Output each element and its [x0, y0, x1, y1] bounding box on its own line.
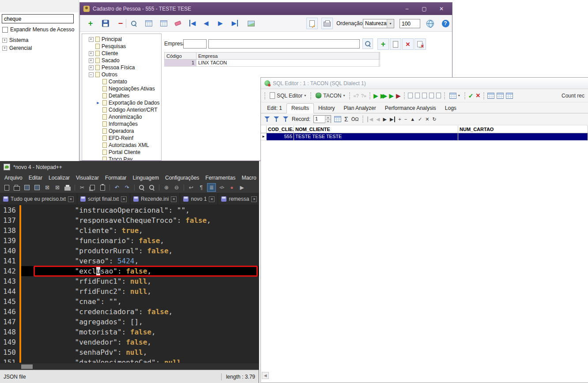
tree-item-gerencial[interactable]: +Gerencial: [2, 44, 32, 52]
last-record-button[interactable]: ▶: [390, 116, 395, 122]
zoom-in-button[interactable]: ⊕: [162, 184, 170, 192]
tree-node-c-digo-anterior-crt[interactable]: Código Anterior/CRT: [82, 106, 161, 113]
toolbar-grip[interactable]: [362, 116, 363, 123]
edit-record-button[interactable]: ▲: [410, 116, 415, 122]
help-button[interactable]: ?: [440, 18, 451, 29]
code-line-143[interactable]: 143 "rfidFunc1": null,: [0, 276, 259, 286]
query-history-back-icon[interactable]: «?: [353, 93, 358, 98]
indent-guide-button[interactable]: ≣: [207, 184, 215, 192]
cancel-edit-button[interactable]: ✕: [425, 116, 429, 122]
minimize-button[interactable]: –: [400, 4, 414, 13]
code-line-150[interactable]: 150 "senhaPdv": null,: [0, 347, 259, 357]
tab-logs[interactable]: Logs: [441, 104, 461, 113]
code-line-147[interactable]: 147 "agregados": [],: [0, 317, 259, 327]
code-line-136[interactable]: 136 "instrucaoOperacional": "",: [0, 205, 259, 215]
set-filter-icon[interactable]: [264, 116, 270, 122]
table-row[interactable]: ►555TESTE TESE TESTE: [261, 133, 588, 140]
record-spinner[interactable]: 1 ▲▼: [313, 115, 331, 123]
empresa-clear-filter-button[interactable]: [415, 38, 426, 50]
execute-special-button[interactable]: ▶: [396, 92, 401, 99]
table-view-button[interactable]: [158, 18, 169, 29]
menu-macro[interactable]: Macro: [238, 174, 259, 182]
clear-button[interactable]: [173, 18, 183, 29]
tree-node-cliente[interactable]: +Cliente: [82, 50, 161, 57]
close-button[interactable]: ✕: [434, 4, 449, 13]
save-button[interactable]: [100, 18, 111, 29]
tab-script-final-txt[interactable]: script final.txt✕: [77, 193, 130, 205]
empresa-name-input[interactable]: [208, 39, 360, 49]
column-header-cod-clie[interactable]: COD_CLIE...: [267, 126, 294, 133]
tree-node-sacado[interactable]: +Sacado: [82, 57, 161, 64]
tree-node-outros[interactable]: −Outros: [82, 71, 161, 78]
zoom-out-button[interactable]: ⊖: [173, 184, 181, 192]
execute-button[interactable]: ▶: [373, 92, 378, 99]
code-line-139[interactable]: 139 "funcionario": false,: [0, 236, 259, 246]
tab-plan-analyzer[interactable]: Plan Analyzer: [339, 104, 380, 113]
rollback-button[interactable]: ✕: [476, 92, 481, 99]
column-header-c-digo[interactable]: Código: [165, 53, 196, 59]
hscroll-left-arrow[interactable]: ◀: [262, 372, 269, 379]
tab-novo-1[interactable]: novo 1✕: [180, 193, 218, 205]
macro-record-button[interactable]: ●: [228, 184, 236, 192]
tree-node-efd-reinf[interactable]: EFD-Reinf: [82, 135, 161, 142]
code-line-151[interactable]: 151 "dataVencimentoCad": null,: [0, 357, 259, 363]
tab-close-icon[interactable]: ✕: [68, 196, 74, 202]
ordenacao-select[interactable]: Natureza ▾: [363, 19, 394, 28]
expand-menus-row[interactable]: Expandir Menus de Acesso: [2, 26, 74, 33]
tab-close-icon[interactable]: ✕: [209, 196, 215, 202]
tree-node-pesquisas[interactable]: Pesquisas: [82, 43, 161, 50]
code-line-142[interactable]: 142 "exclusao": false,: [0, 266, 259, 276]
sql-title-bar[interactable]: SQL Editor : 1 : TACON (SQL Dialect 1): [261, 78, 588, 89]
expander-icon[interactable]: +: [89, 37, 94, 42]
toolbar-grip[interactable]: [444, 92, 445, 99]
print-button[interactable]: [64, 184, 72, 192]
code-line-145[interactable]: 145 "cnae": "",: [0, 297, 259, 307]
post-edit-button[interactable]: ✓: [418, 116, 422, 122]
toolbar-grip[interactable]: [369, 92, 370, 99]
tab-remessa[interactable]: remessa✕: [218, 193, 259, 205]
save-all-button[interactable]: [33, 184, 41, 192]
cadastro-title-bar[interactable]: Cadastro de Pessoa - 555 - TESTE TESE – …: [80, 3, 452, 15]
macro-play-button[interactable]: ▶: [238, 184, 246, 192]
copy-results-icon[interactable]: [415, 93, 420, 98]
code-line-148[interactable]: 148 "motorista": false,: [0, 327, 259, 337]
expander-icon[interactable]: +: [89, 58, 94, 63]
toolbar-grip[interactable]: [404, 92, 405, 99]
delete-record-button[interactable]: −: [404, 116, 407, 122]
paste-button[interactable]: [98, 184, 106, 192]
edit-view-button[interactable]: [306, 18, 318, 29]
next-record-button[interactable]: ▶: [383, 116, 386, 122]
tab-close-icon[interactable]: ✕: [251, 196, 257, 202]
maximize-button[interactable]: ▢: [417, 4, 431, 13]
table-row[interactable]: 1LINX TACON: [164, 60, 380, 67]
print-button[interactable]: [321, 18, 333, 29]
menu-search-input[interactable]: [2, 14, 74, 23]
tab-history[interactable]: History: [314, 104, 339, 113]
tree-node-detalhes[interactable]: Detalhes: [82, 92, 161, 99]
empresa-add-button[interactable]: +: [377, 38, 389, 50]
spinner-buttons[interactable]: ▲▼: [325, 116, 331, 123]
code-line-141[interactable]: 141 "versao": 5424,: [0, 256, 259, 266]
expander-icon[interactable]: +: [89, 65, 94, 70]
commit-button[interactable]: ✓: [468, 92, 474, 99]
load-script-icon[interactable]: [429, 93, 434, 98]
tab-edit-1[interactable]: Edit: 1: [263, 104, 286, 113]
tree-node-operadora[interactable]: Operadora: [82, 128, 161, 135]
database-select-button[interactable]: TACON ▾: [314, 92, 346, 100]
query-history-forward-icon[interactable]: ?»: [361, 93, 366, 98]
tree-node-portal-cliente[interactable]: Portal Cliente: [82, 149, 161, 156]
notepad-title-bar[interactable]: *novo 4 - Notepad++: [0, 161, 259, 173]
tab-close-icon[interactable]: ✕: [121, 196, 127, 202]
toolbar-grip[interactable]: [464, 92, 465, 99]
tree-node-autorizadas-xml[interactable]: Autorizadas XML: [82, 142, 161, 149]
show-all-characters-button[interactable]: ¶: [197, 184, 205, 192]
menu-linguagem[interactable]: Linguagem: [130, 174, 162, 182]
undo-button[interactable]: ↶: [113, 184, 121, 192]
code-line-149[interactable]: 149 "vendedor": false,: [0, 337, 259, 347]
first-record-button[interactable]: ◀: [367, 116, 373, 122]
empresa-export-button[interactable]: [390, 38, 401, 50]
menu-localizar[interactable]: Localizar: [45, 174, 73, 182]
filter-dialog-icon[interactable]: [273, 116, 279, 122]
empresa-search-button[interactable]: [362, 38, 373, 49]
tree-node-pessoa-f-sica[interactable]: +Pessoa Física: [82, 64, 161, 71]
